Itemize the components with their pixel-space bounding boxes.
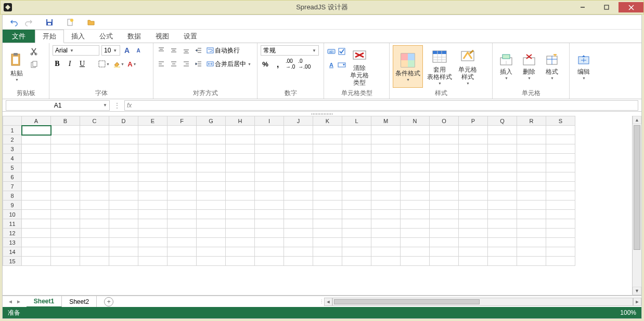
cell[interactable]	[255, 144, 284, 154]
cell[interactable]	[430, 247, 459, 257]
row-header[interactable]: 6	[3, 172, 22, 182]
insert-cells-button[interactable]: 插入▼	[496, 45, 517, 88]
cell[interactable]	[138, 144, 168, 154]
combobox-celltype-icon[interactable]	[338, 61, 346, 69]
align-left-icon[interactable]	[157, 59, 166, 69]
cell[interactable]	[197, 135, 226, 144]
number-format-combo[interactable]: 常规▼	[261, 45, 319, 56]
cell[interactable]	[138, 135, 168, 144]
cell[interactable]	[80, 257, 109, 266]
cell[interactable]	[284, 200, 313, 210]
cell[interactable]	[371, 257, 401, 266]
cell[interactable]	[226, 135, 255, 144]
cell[interactable]	[401, 219, 430, 229]
cell[interactable]	[80, 247, 109, 257]
cell[interactable]	[488, 247, 517, 257]
row-header[interactable]: 13	[3, 238, 22, 247]
cell[interactable]	[313, 219, 342, 229]
cell[interactable]	[284, 135, 313, 144]
cell[interactable]	[22, 172, 51, 182]
sheet-nav-prev-icon[interactable]: ◄	[8, 299, 13, 304]
cell[interactable]	[80, 191, 109, 200]
column-header[interactable]: J	[284, 116, 313, 126]
decrease-font-icon[interactable]: A	[134, 46, 143, 55]
border-button[interactable]: ▼	[98, 59, 110, 69]
cell[interactable]	[226, 200, 255, 210]
cell[interactable]	[80, 200, 109, 210]
cell[interactable]	[313, 126, 342, 135]
cell[interactable]	[517, 247, 546, 257]
cell[interactable]	[80, 210, 109, 219]
cell[interactable]	[342, 210, 371, 219]
cell[interactable]	[459, 257, 488, 266]
cell[interactable]	[371, 219, 401, 229]
tab-formula[interactable]: 公式	[92, 30, 120, 43]
cell[interactable]	[313, 182, 342, 191]
cell[interactable]	[401, 200, 430, 210]
cell[interactable]	[168, 210, 197, 219]
cell[interactable]	[488, 238, 517, 247]
cut-icon[interactable]	[30, 47, 38, 56]
italic-button[interactable]: I	[65, 59, 74, 69]
cell[interactable]	[342, 238, 371, 247]
cell[interactable]	[51, 172, 80, 182]
cell[interactable]	[109, 144, 138, 154]
column-header[interactable]: B	[51, 116, 80, 126]
cell[interactable]	[430, 172, 459, 182]
align-top-icon[interactable]	[157, 46, 166, 55]
cell[interactable]	[342, 144, 371, 154]
increase-indent-icon[interactable]	[194, 59, 203, 69]
column-header[interactable]: C	[80, 116, 109, 126]
cell[interactable]	[255, 200, 284, 210]
cell[interactable]	[371, 247, 401, 257]
column-header[interactable]: D	[109, 116, 138, 126]
column-header[interactable]: R	[517, 116, 546, 126]
row-header[interactable]: 10	[3, 210, 22, 219]
vertical-scrollbar[interactable]: ▲ ▼	[632, 116, 641, 295]
cell[interactable]	[22, 238, 51, 247]
cell[interactable]	[517, 219, 546, 229]
cell[interactable]	[546, 219, 575, 229]
cell[interactable]	[430, 229, 459, 238]
cell[interactable]	[342, 257, 371, 266]
cell[interactable]	[255, 219, 284, 229]
cell[interactable]	[342, 200, 371, 210]
cell[interactable]	[401, 257, 430, 266]
column-header[interactable]: K	[313, 116, 342, 126]
cell[interactable]	[138, 257, 168, 266]
cell[interactable]	[138, 163, 168, 172]
cell[interactable]	[488, 172, 517, 182]
cell[interactable]	[284, 238, 313, 247]
name-box[interactable]: A1▼	[6, 100, 110, 111]
horizontal-scroll-thumb[interactable]	[334, 299, 480, 304]
cell[interactable]	[255, 238, 284, 247]
cell[interactable]	[459, 172, 488, 182]
cell[interactable]	[342, 229, 371, 238]
cell[interactable]	[197, 126, 226, 135]
font-size-combo[interactable]: 10▼	[101, 45, 120, 56]
table-style-button[interactable]: 套用 表格样式▼	[425, 45, 454, 88]
cell[interactable]	[313, 172, 342, 182]
cell[interactable]	[168, 200, 197, 210]
cell[interactable]	[22, 191, 51, 200]
cell[interactable]	[517, 126, 546, 135]
column-header[interactable]: A	[22, 116, 51, 126]
cell[interactable]	[430, 219, 459, 229]
maximize-button[interactable]	[595, 2, 619, 12]
cell[interactable]	[197, 172, 226, 182]
cell[interactable]	[284, 257, 313, 266]
cell[interactable]	[459, 144, 488, 154]
column-header[interactable]: F	[168, 116, 197, 126]
cell[interactable]	[22, 135, 51, 144]
hyperlink-celltype-icon[interactable]: A	[327, 61, 336, 69]
cell[interactable]	[22, 154, 51, 163]
cell[interactable]	[459, 154, 488, 163]
fx-more-icon[interactable]: ⋮	[112, 102, 122, 109]
scroll-left-icon[interactable]: ◄	[324, 298, 332, 306]
cell[interactable]	[197, 210, 226, 219]
cell[interactable]	[371, 135, 401, 144]
bold-button[interactable]: B	[53, 59, 62, 69]
column-header[interactable]: M	[371, 116, 401, 126]
cell[interactable]	[459, 219, 488, 229]
cell[interactable]	[255, 247, 284, 257]
